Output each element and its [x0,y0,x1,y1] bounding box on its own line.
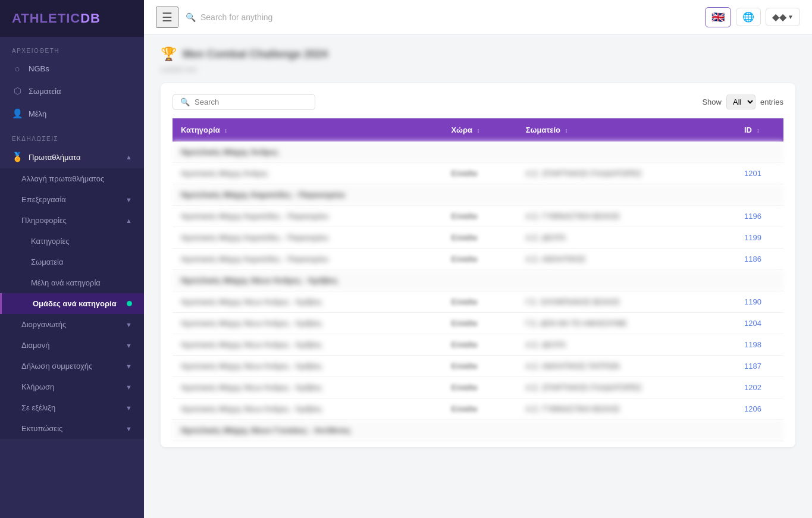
id-cell[interactable]: 1204 [736,313,783,334]
country-cell: Ελλάδα [443,313,517,334]
table-row: Ημιτελικός Μάχης Άνδρες [173,142,783,163]
chevron-down-icon-3: ▼ [126,342,132,349]
id-cell[interactable]: 1206 [736,398,783,420]
category-cell: Ημιτελικός Μάχης Νέων Άνδρες - Άρδβος [173,398,443,420]
id-link[interactable]: 1198 [744,340,761,349]
sidebar-item-label-meli: Μέλη [29,109,46,118]
sidebar-item-label-allagi: Αλλαγή πρωταθλήματος [21,174,104,183]
table-row: Ημιτελικός Μάχης Νέων Άνδρες - Άρδβος [173,270,783,291]
somateia-icon: ⬡ [12,86,23,96]
category-cell: Ημιτελικός Μάχης Καρατέδες - Παγκοσμίου [173,249,443,270]
id-link[interactable]: 1206 [744,404,761,413]
id-cell[interactable]: 1199 [736,227,783,249]
sidebar-item-diamoni[interactable]: Διαμονή ▼ [0,335,144,356]
search-input[interactable] [195,98,308,106]
club-cell: Α.Σ. ΑΘΛΗΤΙΚΟΣ [518,249,736,270]
table-row: Ημιτελικός Μάχης Καρατέδες - Παγκοσμίου [173,184,783,206]
table-row: Ημιτελικός Μάχης Νέων Άνδρες - Άρδβος Ελ… [173,398,783,420]
sidebar-item-omades[interactable]: Ομάδες ανά κατηγορία [0,293,144,314]
search-placeholder-text: Search for anything [200,12,272,22]
id-cell[interactable]: 1202 [736,377,783,398]
sidebar-item-label-meli-ana: Μέλη ανά κατηγορία [31,278,101,287]
sidebar-item-epexergasia[interactable]: Επεξεργασία ▼ [0,189,144,210]
entries-select[interactable]: All 10 25 50 [726,95,755,109]
country-cell: Ελλάδα [443,398,517,420]
id-link[interactable]: 1187 [744,362,761,371]
category-cell: Ημιτελικός Μάχης Νέων Άνδρες - Άρδβος [173,356,443,377]
sidebar-item-label-dilwsi: Δήλωση συμμετοχής [21,362,92,371]
col-header-club[interactable]: Σωματείο ↕ [518,118,736,142]
club-cell: Γ.Σ. ΔΕΝ ΘΑ ΤΟ ΑΦΗΣΟΥΜΕ [518,313,736,334]
id-cell[interactable]: 1196 [736,206,783,227]
sidebar-item-somateia[interactable]: ⬡ Σωματεία [0,80,144,102]
sort-icon-club: ↕ [565,127,568,134]
globe-icon: 🌐 [742,12,754,22]
sidebar-item-meli-ana[interactable]: Μέλη ανά κατηγορία [0,272,144,293]
id-cell[interactable]: 1190 [736,291,783,313]
dots-icon: ◆◆ [772,11,786,23]
sidebar-item-klirwsi[interactable]: Κλήρωση ▼ [0,376,144,397]
id-cell[interactable]: 1186 [736,249,783,270]
section-label-archeiotheti: ΑΡΧΕΙΟΘΕΤΗ [0,37,144,58]
sidebar-item-dilwsi[interactable]: Δήλωση συμμετοχής ▼ [0,356,144,376]
col-header-id[interactable]: ID ↕ [736,118,783,142]
sidebar-item-label-plirofoiries: Πληροφορίες [21,216,67,225]
id-link[interactable]: 1202 [744,383,761,392]
sidebar-item-label-kathgories: Κατηγορίες [31,237,69,246]
table-row: Ημιτελικός Μάχης Νέων Άνδρες - Άρδβος Ελ… [173,356,783,377]
club-cell: Α.Σ. ΣΠΑΡΤΑΚΟΣ-ΓΛΑΔΙΑΤΟΡΕΣ [518,377,736,398]
group-category-cell: Ημιτελικός Μάχης Νέων Άνδρες - Άρδβος [173,270,783,291]
sidebar-item-label-diamoni: Διαμονή [21,341,50,350]
sidebar-item-se-exelixi[interactable]: Σε εξέλιξη ▼ [0,397,144,418]
language-button[interactable]: 🇬🇧 [705,7,731,27]
category-cell: Ημιτελικός Μάχης Άνδρες [173,163,443,184]
id-cell[interactable]: 1201 [736,163,783,184]
id-cell[interactable]: 1198 [736,334,783,356]
category-cell: Ημιτελικός Μάχης Νέων Άνδρες - Άρδβος [173,334,443,356]
id-link[interactable]: 1204 [744,319,761,328]
table-controls: 🔍 Show All 10 25 50 entries [173,94,783,110]
active-indicator-dot [127,301,132,306]
table-row: Ημιτελικός Μάχης Νέων Άνδρες - Άρδβος Ελ… [173,291,783,313]
sidebar-item-allagi[interactable]: Αλλαγή πρωταθλήματος [0,168,144,189]
sidebar-item-label-ektipwseis: Εκτυπώσεις [21,424,62,433]
col-header-category[interactable]: Κατηγορία ↕ [173,118,443,142]
id-cell[interactable]: 1187 [736,356,783,377]
logo-text: ATHLETICDB [12,11,101,26]
sidebar-item-dioganotis[interactable]: Διοργανωτής ▼ [0,314,144,335]
sidebar-item-label-somateia2: Σωματεία [31,258,64,266]
hamburger-button[interactable]: ☰ [156,7,178,28]
category-cell: Ημιτελικός Μάχης Νέων Άνδρες - Άρδβος [173,313,443,334]
id-link[interactable]: 1186 [744,255,761,263]
id-link[interactable]: 1190 [744,297,761,306]
id-link[interactable]: 1199 [744,233,761,242]
sidebar-item-kathgories[interactable]: Κατηγορίες [0,231,144,252]
trophy-icon: 🏆 [161,46,177,62]
sidebar-item-label-se-exelixi: Σε εξέλιξη [21,403,55,412]
sidebar-item-meli[interactable]: 👤 Μέλη [0,102,144,125]
table-row: Ημιτελικός Μάχης Άνδρες Ελλάδα Α.Σ. ΣΠΑΡ… [173,163,783,184]
sidebar-item-plirofoiries[interactable]: Πληροφορίες ▲ [0,210,144,231]
id-link[interactable]: 1196 [744,212,761,221]
id-link[interactable]: 1201 [744,169,761,178]
search-icon: 🔍 [186,12,196,22]
search-box[interactable]: 🔍 [173,94,315,110]
category-cell: Ημιτελικός Μάχης Νέων Άνδρες - Άρδβος [173,291,443,313]
sidebar-item-somateia2[interactable]: Σωματεία [0,252,144,272]
sidebar-item-label-dioganotis: Διοργανωτής [21,320,66,329]
country-cell: Ελλάδα [443,291,517,313]
chevron-up-icon-2: ▲ [126,217,132,224]
country-cell: Ελλάδα [443,227,517,249]
sidebar-item-ngbs[interactable]: ○ NGBs [0,58,144,80]
globe-button[interactable]: 🌐 [736,8,761,26]
topbar-actions: 🇬🇧 🌐 ◆◆ ▼ [705,7,800,27]
dots-button[interactable]: ◆◆ ▼ [766,8,800,26]
sidebar-item-ektipwseis[interactable]: Εκτυπώσεις ▼ [0,418,144,439]
page-content: 🏆 Men Combat Challenge 2024 subtitle tex… [144,34,812,518]
table-body: Ημιτελικός Μάχης Άνδρες Ημιτελικός Μάχης… [173,142,783,441]
table-row: Ημιτελικός Μάχης Νέων Άνδρες - Άρδβος Ελ… [173,377,783,398]
table-row: Ημιτελικός Μάχης Νέων Άνδρες - Άρδβος Ελ… [173,334,783,356]
chevron-down-icon-topbar: ▼ [788,14,794,20]
col-header-country[interactable]: Χώρα ↕ [443,118,517,142]
sidebar-item-prwtathlimata[interactable]: 🏅 Πρωταθλήματα ▲ [0,146,144,168]
